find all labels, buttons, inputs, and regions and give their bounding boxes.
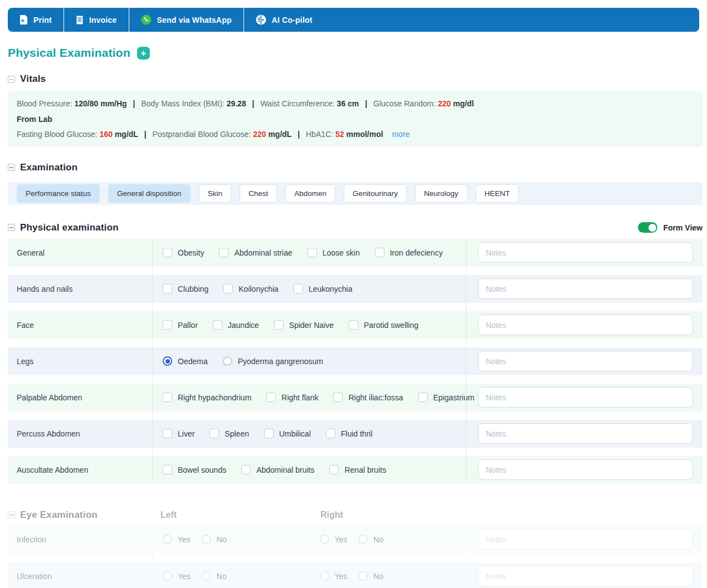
collapse-minus-icon[interactable] xyxy=(8,511,15,518)
send-whatsapp-button[interactable]: Send via WhatsApp xyxy=(129,8,244,32)
row-options: Right hypachondrium Right flank Right il… xyxy=(152,393,466,402)
radio-option-selected[interactable]: Oedema xyxy=(163,356,208,366)
checkbox-option[interactable]: Spleen xyxy=(209,429,249,438)
tab-chest[interactable]: Chest xyxy=(240,184,277,203)
radio-option-yes[interactable]: Yes xyxy=(320,535,348,544)
radio-label: No xyxy=(373,572,383,581)
radio[interactable] xyxy=(163,535,172,544)
checkbox-option[interactable]: Leukonychia xyxy=(294,284,353,293)
tab-general-disposition[interactable]: General disposition xyxy=(108,184,191,203)
checkbox[interactable] xyxy=(163,429,172,438)
notes-input[interactable] xyxy=(478,529,693,550)
radio[interactable] xyxy=(320,535,329,544)
checkbox[interactable] xyxy=(333,393,343,402)
checkbox-option[interactable]: Obesity xyxy=(163,248,204,257)
checkbox[interactable] xyxy=(266,393,276,402)
glucose-random-label: Glucose Random: xyxy=(373,99,436,108)
notes-input[interactable] xyxy=(478,423,693,444)
print-button[interactable]: R Print xyxy=(8,8,64,32)
checkbox-option[interactable]: Umbilical xyxy=(264,429,311,438)
notes-input[interactable] xyxy=(478,315,693,335)
radio[interactable] xyxy=(202,571,211,581)
ppg-value: 220 xyxy=(253,130,266,139)
notes-input[interactable] xyxy=(478,566,693,586)
radio-option[interactable]: Pyoderma gangrenosum xyxy=(223,356,323,366)
notes-input[interactable] xyxy=(478,351,693,371)
checkbox-option[interactable]: Iron defeciency xyxy=(375,248,443,257)
checkbox[interactable] xyxy=(163,320,172,330)
radio[interactable] xyxy=(202,535,211,544)
checkbox-option[interactable]: Right iliac:fossa xyxy=(333,393,403,402)
checkbox[interactable] xyxy=(213,320,222,330)
radio-option-no[interactable]: No xyxy=(358,535,383,544)
checkbox[interactable] xyxy=(308,248,317,257)
radio-option-no[interactable]: No xyxy=(202,535,227,544)
checkbox-option[interactable]: Clubbing xyxy=(163,284,208,293)
checkbox[interactable] xyxy=(209,429,219,438)
checkbox[interactable] xyxy=(329,465,339,474)
notes-input[interactable] xyxy=(478,278,693,299)
checkbox[interactable] xyxy=(418,393,428,402)
checkbox[interactable] xyxy=(349,320,358,330)
radio[interactable] xyxy=(223,356,232,366)
radio-option-yes[interactable]: Yes xyxy=(163,571,191,581)
checkbox[interactable] xyxy=(294,284,303,293)
collapse-minus-icon[interactable] xyxy=(8,224,15,231)
checkbox[interactable] xyxy=(219,248,228,257)
checkbox-option[interactable]: Spider Naive xyxy=(274,320,334,330)
notes-input[interactable] xyxy=(478,459,693,480)
checkbox-option[interactable]: Pallor xyxy=(163,320,198,330)
form-view-toggle[interactable] xyxy=(638,222,657,233)
tab-performance-status[interactable]: Performance status xyxy=(17,184,100,203)
checkbox[interactable] xyxy=(241,465,251,474)
add-button[interactable]: + xyxy=(137,47,150,60)
radio[interactable] xyxy=(358,535,368,544)
checkbox[interactable] xyxy=(163,465,172,474)
collapse-minus-icon[interactable] xyxy=(8,164,15,171)
checkbox-option[interactable]: Loose skin xyxy=(308,248,360,257)
checkbox-option[interactable]: Right hypachondrium xyxy=(163,393,251,402)
notes-input[interactable] xyxy=(478,242,693,263)
checkbox[interactable] xyxy=(375,248,384,257)
notes-input[interactable] xyxy=(478,387,693,408)
more-link[interactable]: more xyxy=(392,130,410,139)
radio-option-yes[interactable]: Yes xyxy=(320,571,348,581)
checkbox-option[interactable]: Bowel sounds xyxy=(163,465,226,474)
ai-copilot-button[interactable]: AI Co-pilot xyxy=(244,8,324,32)
checkbox-option[interactable]: Right flank xyxy=(266,393,318,402)
tab-heent[interactable]: HEENT xyxy=(476,184,519,203)
tab-genitourinary[interactable]: Genitourinary xyxy=(344,184,407,203)
checkbox-option[interactable]: Parotid swelling xyxy=(349,320,418,330)
radio-option-no[interactable]: No xyxy=(202,571,227,581)
collapse-minus-icon[interactable] xyxy=(8,76,15,83)
checkbox[interactable] xyxy=(326,429,335,438)
checkbox[interactable] xyxy=(163,284,172,293)
checkbox[interactable] xyxy=(163,248,172,257)
radio-option-no[interactable]: No xyxy=(358,571,383,581)
hba1c-unit: mmol/mol xyxy=(347,130,383,139)
checkbox-option[interactable]: Abdominal striae xyxy=(219,248,292,257)
checkbox-option[interactable]: Renal bruits xyxy=(329,465,386,474)
tab-abdomen[interactable]: Abdomen xyxy=(285,184,335,203)
checkbox-option[interactable]: Fluid thril xyxy=(326,429,373,438)
radio[interactable] xyxy=(163,571,172,581)
checkbox-label: Leukonychia xyxy=(309,285,353,293)
checkbox[interactable] xyxy=(274,320,284,330)
invoice-button[interactable]: Invoice xyxy=(64,8,129,32)
radio-option-yes[interactable]: Yes xyxy=(163,535,191,544)
checkbox-option[interactable]: Liver xyxy=(163,429,194,438)
checkbox-option[interactable]: Koilonychia xyxy=(223,284,279,293)
tab-skin[interactable]: Skin xyxy=(199,184,231,203)
checkbox-label: Clubbing xyxy=(178,285,208,293)
radio-checked[interactable] xyxy=(163,356,172,366)
checkbox[interactable] xyxy=(163,393,172,402)
radio[interactable] xyxy=(320,571,329,581)
checkbox-option[interactable]: Abdominal bruits xyxy=(241,465,314,474)
checkbox-option[interactable]: Jaundice xyxy=(213,320,259,330)
checkbox[interactable] xyxy=(223,284,233,293)
tab-neurology[interactable]: Neurology xyxy=(415,184,467,203)
checkbox[interactable] xyxy=(264,429,274,438)
fbg-unit: mg/dL xyxy=(115,130,138,139)
row-face: Face Pallor Jaundice Spider Naive Paroti… xyxy=(8,311,703,339)
radio[interactable] xyxy=(358,571,368,581)
